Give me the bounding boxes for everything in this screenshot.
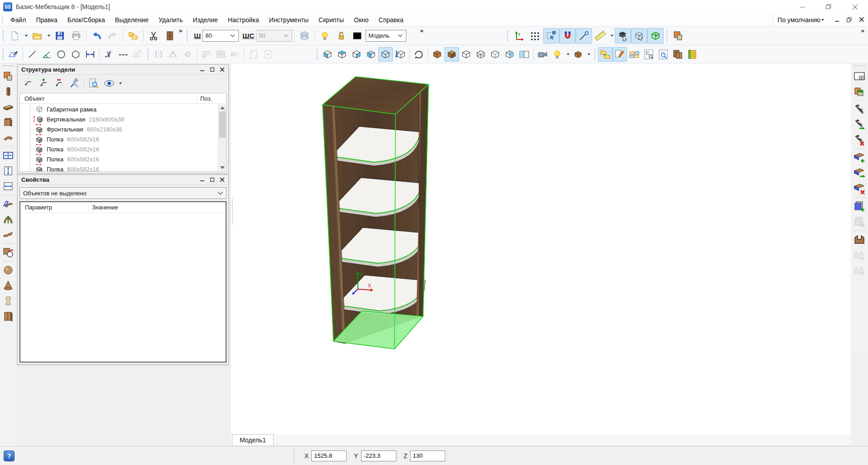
toolbar-overflow-button[interactable]: » xyxy=(420,27,423,34)
edit-object-button[interactable] xyxy=(631,28,647,44)
menu-file[interactable]: Файл xyxy=(5,16,31,24)
structure-settings-button[interactable] xyxy=(67,76,82,91)
display-wireframe-button[interactable] xyxy=(473,47,488,62)
local-axes-button[interactable]: y xyxy=(511,28,527,44)
tree-row[interactable]: Габаритная рамка xyxy=(20,104,218,114)
frontal-panel-button[interactable] xyxy=(1,115,15,130)
save-button[interactable] xyxy=(52,28,68,44)
toolbar-overflow-button[interactable]: » xyxy=(179,27,182,34)
line-tool-button[interactable] xyxy=(25,47,39,62)
open-button[interactable] xyxy=(29,28,45,44)
notch-remove-button[interactable] xyxy=(852,263,867,277)
grid-snap-button[interactable] xyxy=(527,28,543,44)
vertical-panel-button[interactable] xyxy=(1,84,15,99)
resize-frame-button[interactable] xyxy=(1,148,15,163)
tree-row[interactable]: Полка600x562x16 xyxy=(20,154,218,164)
angle-copy-button[interactable] xyxy=(166,47,180,62)
mdi-minimize-button[interactable] xyxy=(835,18,839,22)
blocks-library-button[interactable] xyxy=(670,47,685,62)
facade-remove-button[interactable] xyxy=(852,214,867,229)
rail-grip[interactable] xyxy=(3,65,14,66)
edgeband-replace-button[interactable] xyxy=(852,166,867,180)
polygon-tool-button[interactable] xyxy=(68,47,83,62)
panel-minimize-button[interactable] xyxy=(199,177,205,183)
sketch-plane-button[interactable] xyxy=(6,47,21,62)
block-insert-button[interactable] xyxy=(1,309,15,324)
menu-help[interactable]: Справка xyxy=(374,16,409,24)
move-object-button[interactable] xyxy=(615,28,631,44)
layer-lock-button[interactable] xyxy=(333,28,349,44)
view-top-button[interactable] xyxy=(335,47,349,62)
sheet-add-button[interactable] xyxy=(261,47,275,62)
y-coord-input[interactable] xyxy=(361,450,396,461)
display-hidden-lines-button[interactable] xyxy=(488,47,502,62)
fastener-replace-button[interactable] xyxy=(852,117,867,132)
notch-button[interactable] xyxy=(852,232,867,247)
move-copy-button[interactable] xyxy=(199,47,213,62)
lighting-dropdown[interactable] xyxy=(564,47,571,62)
mdi-restore-button[interactable] xyxy=(847,17,852,23)
dimension-tool-button[interactable] xyxy=(83,47,97,62)
toolbar-grip[interactable] xyxy=(507,30,508,41)
toolbar-grip[interactable] xyxy=(594,49,595,60)
panels-mode-button[interactable] xyxy=(670,28,686,44)
tab-model1[interactable]: Модель1 xyxy=(232,434,274,446)
lighting-button[interactable] xyxy=(550,47,564,62)
split-view-button[interactable] xyxy=(517,47,531,62)
edit-mode-button[interactable] xyxy=(612,47,627,62)
spec-list-button[interactable] xyxy=(641,47,656,62)
wavy-panel-button[interactable] xyxy=(1,228,15,242)
panel-cutout-button[interactable] xyxy=(1,245,15,260)
edgeband-add-button[interactable] xyxy=(852,150,867,165)
fastener-button[interactable] xyxy=(852,102,867,116)
menu-delete[interactable]: Удалить xyxy=(154,16,188,24)
new-document-button[interactable] xyxy=(6,28,23,44)
width-combo[interactable]: 80 xyxy=(203,30,239,42)
drawing-layout-button[interactable] xyxy=(852,69,867,83)
view-isometric-button[interactable] xyxy=(378,47,393,62)
toolbar-grip[interactable] xyxy=(187,30,188,41)
layer-color-swatch[interactable] xyxy=(349,28,366,44)
width2-combo[interactable]: 50 xyxy=(256,30,292,42)
menu-tools[interactable]: Инструменты xyxy=(264,16,313,24)
export-panels-button[interactable] xyxy=(852,84,867,99)
model-viewport[interactable]: Y X xyxy=(230,63,851,434)
cut-button[interactable] xyxy=(145,28,162,44)
notch-copy-button[interactable] xyxy=(852,247,867,262)
menu-scripts[interactable]: Скрипты xyxy=(313,16,349,24)
facade-add-button[interactable] xyxy=(852,199,867,213)
structure-preview-button[interactable] xyxy=(86,76,101,91)
add-object-button[interactable] xyxy=(36,76,51,91)
display-textured-button[interactable] xyxy=(430,47,444,62)
toolbar-grip[interactable] xyxy=(3,49,4,60)
selection-combo[interactable]: Объектов не выделено xyxy=(19,187,227,199)
new-document-dropdown[interactable] xyxy=(23,28,29,44)
close-button[interactable] xyxy=(842,0,868,14)
menu-product[interactable]: Изделие xyxy=(188,16,222,24)
menu-window[interactable]: Окно xyxy=(349,16,374,24)
block-display-dropdown[interactable] xyxy=(585,47,592,62)
resize-horizontal-button[interactable] xyxy=(1,179,15,194)
scroll-thumb[interactable] xyxy=(219,111,226,138)
edgeband-remove-button[interactable] xyxy=(852,181,867,196)
mirror-button[interactable] xyxy=(151,47,166,62)
sphere-body-button[interactable] xyxy=(1,263,15,277)
view-bottom-button[interactable] xyxy=(393,47,407,62)
cabinet-button[interactable] xyxy=(162,28,178,44)
trim-tool-button[interactable] xyxy=(101,47,116,62)
selection-frame-button[interactable] xyxy=(543,28,559,44)
menu-block-assembly[interactable]: Блок/Сборка xyxy=(63,16,110,24)
properties-panel-titlebar[interactable]: Свойства xyxy=(18,175,228,185)
z-coord-input[interactable] xyxy=(410,450,445,461)
display-section-button[interactable] xyxy=(502,47,517,62)
rotate-copy-button[interactable] xyxy=(180,47,195,62)
cone-body-button[interactable] xyxy=(1,278,15,293)
magnet-snap-button[interactable] xyxy=(559,28,576,44)
collapse-tree-button[interactable] xyxy=(20,76,36,91)
link-structure-button[interactable] xyxy=(598,47,612,62)
menu-settings[interactable]: Настройка xyxy=(223,16,264,24)
structure-panel-titlebar[interactable]: Структура модели xyxy=(18,65,228,75)
tree-row[interactable]: Фронтальная600x2180x38 xyxy=(20,124,218,134)
minimize-button[interactable] xyxy=(789,0,815,14)
measure-button[interactable] xyxy=(592,28,608,44)
